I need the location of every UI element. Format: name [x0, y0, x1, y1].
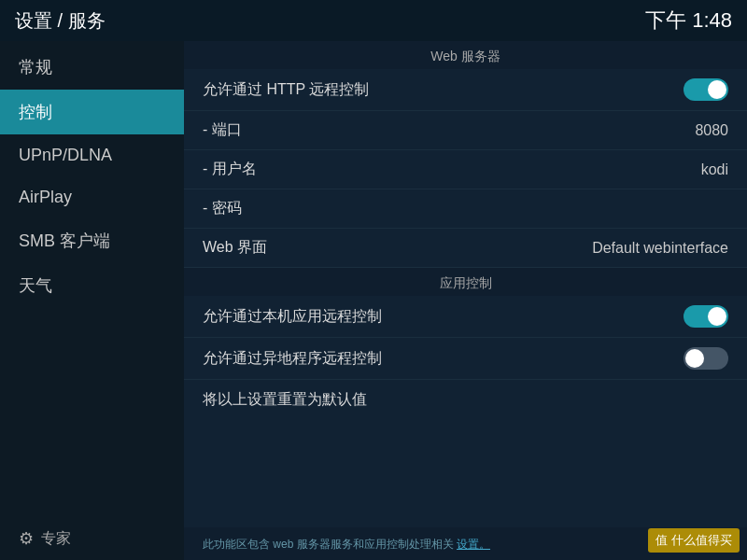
watermark: 值 什么值得买 [648, 528, 740, 553]
port-row[interactable]: - 端口 8080 [184, 111, 747, 150]
reset-row[interactable]: 将以上设置重置为默认值 [184, 380, 747, 419]
main-layout: 常规 控制 UPnP/DLNA AirPlay SMB 客户端 天气 ⚙ 专家 … [0, 41, 747, 560]
sidebar-footer[interactable]: ⚙ 专家 [0, 517, 184, 560]
http-control-toggle-knob [708, 80, 726, 99]
sidebar-item-control[interactable]: 控制 [0, 90, 184, 134]
port-label: - 端口 [203, 120, 242, 140]
footer-note: 此功能区包含 web 服务器服务和应用控制处理相关 设置。 [203, 538, 490, 551]
remote-app-control-row[interactable]: 允许通过异地程序远程控制 [184, 338, 747, 380]
expert-label: 专家 [41, 529, 71, 549]
password-label: - 密码 [203, 199, 242, 218]
username-label: - 用户名 [203, 160, 257, 179]
port-value: 8080 [695, 122, 728, 139]
sidebar-item-smb[interactable]: SMB 客户端 [0, 218, 184, 263]
clock: 下午 1:48 [645, 7, 732, 35]
page-title: 设置 / 服务 [15, 8, 106, 34]
http-control-label: 允许通过 HTTP 远程控制 [203, 80, 369, 100]
password-row[interactable]: - 密码 [184, 189, 747, 229]
username-value: kodi [701, 161, 728, 178]
local-app-control-toggle-knob [708, 307, 726, 326]
web-interface-row[interactable]: Web 界面 Default webinterface [184, 229, 747, 268]
local-app-control-toggle[interactable] [684, 305, 728, 328]
sidebar-item-weather[interactable]: 天气 [0, 263, 184, 308]
sidebar-item-airplay[interactable]: AirPlay [0, 176, 184, 218]
web-interface-value: Default webinterface [592, 240, 728, 257]
http-control-toggle[interactable] [684, 78, 728, 101]
local-app-control-label: 允许通过本机应用远程控制 [203, 307, 382, 327]
sidebar: 常规 控制 UPnP/DLNA AirPlay SMB 客户端 天气 ⚙ 专家 [0, 41, 184, 560]
http-control-row[interactable]: 允许通过 HTTP 远程控制 [184, 69, 747, 111]
footer-link[interactable]: 设置。 [457, 538, 490, 551]
header: 设置 / 服务 下午 1:48 [0, 0, 747, 41]
local-app-control-row[interactable]: 允许通过本机应用远程控制 [184, 296, 747, 338]
gear-icon: ⚙ [19, 528, 34, 549]
sidebar-item-general[interactable]: 常规 [0, 45, 184, 90]
app-control-section-label: 应用控制 [184, 268, 747, 296]
reset-label: 将以上设置重置为默认值 [203, 390, 367, 410]
web-interface-label: Web 界面 [203, 238, 267, 258]
web-server-section-label: Web 服务器 [184, 41, 747, 69]
username-row[interactable]: - 用户名 kodi [184, 150, 747, 189]
remote-app-control-label: 允许通过异地程序远程控制 [203, 349, 382, 369]
remote-app-control-toggle-knob [685, 349, 704, 368]
content-area: Web 服务器 允许通过 HTTP 远程控制 - 端口 8080 - 用户名 k… [184, 41, 747, 560]
remote-app-control-toggle[interactable] [684, 347, 728, 370]
sidebar-item-upnp[interactable]: UPnP/DLNA [0, 134, 184, 176]
